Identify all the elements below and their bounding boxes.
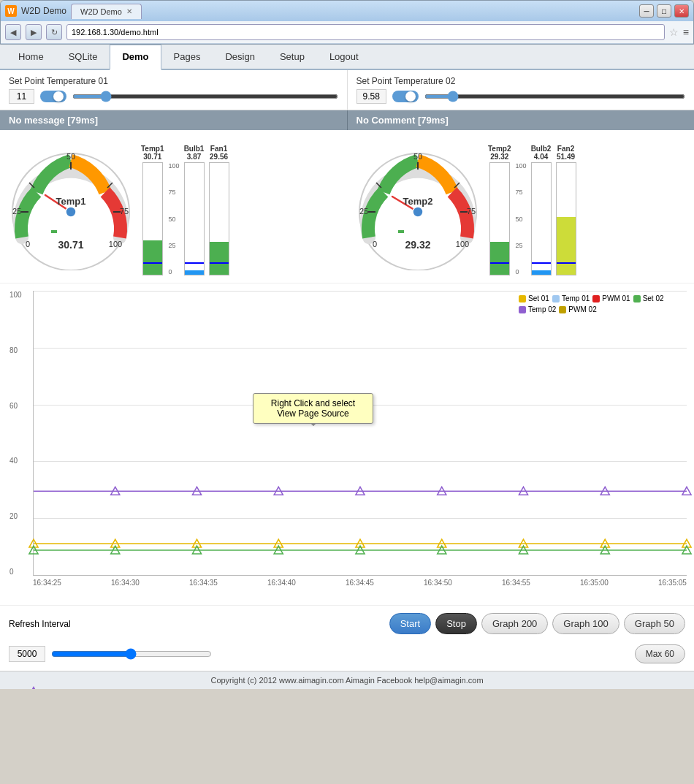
svg-text:75: 75 xyxy=(467,207,476,216)
svg-text:29.32: 29.32 xyxy=(405,239,430,251)
y-axis-labels: 100 80 60 40 20 0 xyxy=(9,291,22,576)
setpoint1-value: 11 xyxy=(9,89,34,104)
svg-text:Temp2: Temp2 xyxy=(403,196,433,207)
gauge1-svg: 50 25 75 0 100 Temp1 30.71 xyxy=(7,142,135,270)
bar-temp1-label: Temp130.71 xyxy=(141,145,164,161)
x-label-1: 16:34:30 xyxy=(111,579,140,593)
gauge2-container: 50 25 75 0 100 Temp2 29.32 xyxy=(354,142,482,270)
title-bar-left: W W2D Demo W2D Demo ✕ xyxy=(5,4,142,19)
graph100-button[interactable]: Graph 100 xyxy=(552,613,619,634)
y-label-100: 100 xyxy=(9,291,22,299)
minimize-button[interactable]: ─ xyxy=(639,4,654,18)
setpoint1-control: 11 xyxy=(9,89,338,104)
address-bar: ◀ ▶ ↻ ☆ ≡ xyxy=(1,21,693,44)
bar-fan1-label: Fan129.56 xyxy=(210,145,228,161)
setpoint1-label: Set Point Temperature 01 xyxy=(9,76,338,86)
tab-setup[interactable]: Setup xyxy=(267,45,317,69)
slider-group: 5000 xyxy=(9,646,212,662)
y-label-80: 80 xyxy=(9,346,22,354)
setpoint2-label: Set Point Temperature 02 xyxy=(356,76,686,86)
main-content: Set Point Temperature 01 11 Set Point Te… xyxy=(0,70,694,689)
gauge1-container: 50 25 75 0 100 Temp1 30.71 xyxy=(7,142,135,270)
close-button[interactable]: ✕ xyxy=(674,4,689,18)
bar-scale-1: 1007550250 xyxy=(169,162,180,275)
chart-area: Set 01 Temp 01 PWM 01 Set 02 xyxy=(33,291,687,576)
chart-svg xyxy=(34,291,687,575)
chart-wrapper: 100 80 60 40 20 0 Set 01 Temp 01 xyxy=(33,291,687,598)
graph50-button[interactable]: Graph 50 xyxy=(624,613,685,634)
x-label-7: 16:35:00 xyxy=(580,579,609,593)
footer-text: Copyright (c) 2012 www.aimagin.com Aimag… xyxy=(210,676,483,685)
title-bar: W W2D Demo W2D Demo ✕ ─ □ ✕ xyxy=(1,1,693,21)
controls-row: Refresh Interval Start Stop Graph 200 Gr… xyxy=(0,605,694,642)
svg-text:Temp1: Temp1 xyxy=(56,196,86,207)
svg-text:100: 100 xyxy=(109,240,122,248)
bar-fan2: Fan251.49 xyxy=(556,145,576,275)
tab-design[interactable]: Design xyxy=(213,45,267,69)
forward-button[interactable]: ▶ xyxy=(26,24,42,40)
setpoint2-toggle[interactable] xyxy=(392,91,419,102)
tooltip: Right Click and select View Page Source xyxy=(253,393,373,424)
x-label-5: 16:34:50 xyxy=(424,579,452,593)
browser-tab[interactable]: W2D Demo ✕ xyxy=(71,4,142,19)
max60-button[interactable]: Max 60 xyxy=(635,644,685,663)
refresh-section: Refresh Interval xyxy=(9,619,71,629)
gauge-group-1: 50 25 75 0 100 Temp1 30.71 xyxy=(7,137,340,275)
refresh-slider[interactable] xyxy=(51,648,212,660)
tab-close-icon[interactable]: ✕ xyxy=(126,7,132,15)
svg-text:50: 50 xyxy=(66,152,75,161)
tab-home[interactable]: Home xyxy=(6,45,56,69)
bookmark-icon[interactable]: ☆ xyxy=(669,26,679,38)
tab-logout[interactable]: Logout xyxy=(317,45,371,69)
url-input[interactable] xyxy=(66,24,665,40)
refresh-button[interactable]: ↻ xyxy=(46,24,62,40)
start-button[interactable]: Start xyxy=(389,613,431,634)
bar-fan1: Fan129.56 xyxy=(209,145,229,275)
svg-text:25: 25 xyxy=(359,207,368,216)
y-label-20: 20 xyxy=(9,512,22,520)
x-label-2: 16:34:35 xyxy=(189,579,218,593)
setpoint1-toggle[interactable] xyxy=(40,91,66,102)
toggle2-thumb xyxy=(405,91,416,102)
bar-bulb2-label: Bulb24.04 xyxy=(531,145,552,161)
status1-col: No message [79ms] xyxy=(0,110,348,130)
toggle1-thumb xyxy=(53,91,64,102)
tooltip-text: Right Click and select View Page Source xyxy=(271,398,355,419)
refresh-label: Refresh Interval xyxy=(9,619,71,629)
menu-icon[interactable]: ≡ xyxy=(683,26,689,38)
btn-group: Start Stop Graph 200 Graph 100 Graph 50 xyxy=(389,613,685,634)
graph200-button[interactable]: Graph 200 xyxy=(481,613,548,634)
y-label-40: 40 xyxy=(9,457,22,465)
bar-bulb1: Bulb13.87 xyxy=(184,145,205,275)
tab-pages[interactable]: Pages xyxy=(161,45,213,69)
slider-row: 5000 Max 60 xyxy=(0,642,694,671)
stop-button[interactable]: Stop xyxy=(435,613,477,634)
svg-text:75: 75 xyxy=(120,207,129,216)
svg-rect-14 xyxy=(51,230,57,233)
x-label-3: 16:34:40 xyxy=(267,579,296,593)
bar-bulb2: Bulb24.04 xyxy=(531,145,552,275)
status2-col: No Comment [79ms] xyxy=(348,110,695,130)
tab-sqlite[interactable]: SQLite xyxy=(56,45,110,69)
setpoint2-value: 9.58 xyxy=(356,89,386,104)
bar-charts-1: Temp130.71 1007550250 Bulb13.87 xyxy=(141,137,229,275)
back-button[interactable]: ◀ xyxy=(5,24,21,40)
gauge-group-2: 50 25 75 0 100 Temp2 29.32 Temp229.32 xyxy=(354,137,687,275)
refresh-value: 5000 xyxy=(9,646,45,662)
setpoint2-slider[interactable] xyxy=(424,94,685,99)
app-icon: W xyxy=(5,5,17,17)
setpoint1-slider[interactable] xyxy=(72,94,338,99)
x-label-8: 16:35:05 xyxy=(658,579,687,593)
setpoint2-control: 9.58 xyxy=(356,89,686,104)
svg-point-12 xyxy=(66,207,76,217)
svg-text:0: 0 xyxy=(373,240,377,248)
status2-text: No Comment [79ms] xyxy=(356,115,449,126)
gauges-section: 50 25 75 0 100 Temp1 30.71 xyxy=(0,130,694,283)
bar-temp2-label: Temp229.32 xyxy=(488,145,511,161)
svg-point-28 xyxy=(413,207,423,217)
maximize-button[interactable]: □ xyxy=(657,4,671,18)
status-row: No message [79ms] No Comment [79ms] xyxy=(0,110,694,130)
svg-text:25: 25 xyxy=(12,207,21,216)
tab-demo[interactable]: Demo xyxy=(110,45,161,70)
window-buttons: ─ □ ✕ xyxy=(639,4,689,18)
